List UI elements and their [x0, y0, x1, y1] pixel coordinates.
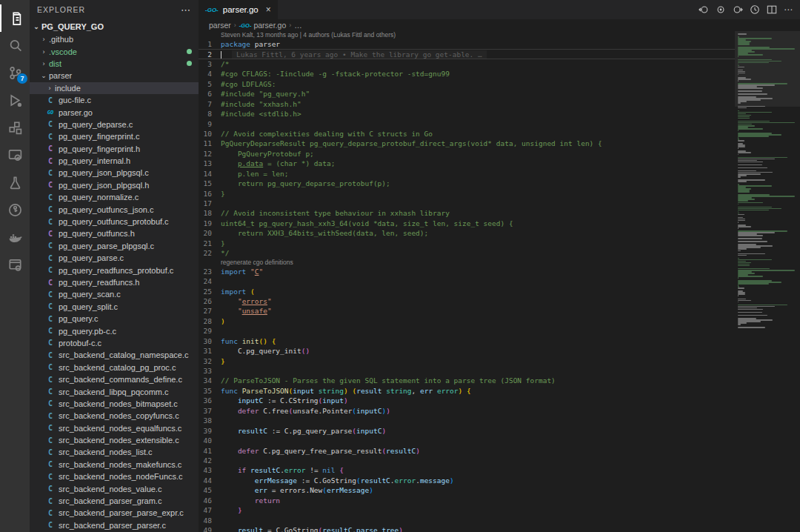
- code-line-28[interactable]: 28): [199, 316, 735, 326]
- open-changes-icon[interactable]: [716, 4, 726, 15]
- tree-item-pg_query_normalize.c[interactable]: Cpg_query_normalize.c: [30, 191, 199, 203]
- tree-item-src_backend_nodes_value.c[interactable]: Csrc_backend_nodes_value.c: [30, 482, 199, 494]
- line-number[interactable]: 9: [199, 119, 221, 129]
- codelens-label[interactable]: Steven Kalt, 13 months ago | 4 authors (…: [221, 31, 396, 39]
- line-number[interactable]: 46: [199, 496, 221, 505]
- code-line-47[interactable]: 47 }: [199, 505, 735, 515]
- line-number[interactable]: 12: [199, 149, 221, 159]
- line-number[interactable]: 41: [199, 446, 221, 456]
- activity-item-testing[interactable]: [0, 169, 30, 196]
- line-number[interactable]: 32: [199, 356, 221, 366]
- code-line-13[interactable]: 13 p.data = (char *) data;: [199, 159, 735, 168]
- code-line-25[interactable]: 25import (: [199, 287, 735, 296]
- tree-item-protobuf-c.c[interactable]: Cprotobuf-c.c: [30, 337, 199, 349]
- tree-item-pg_query_json_plpgsql.c[interactable]: Cpg_query_json_plpgsql.c: [30, 167, 199, 179]
- line-number[interactable]: 42: [199, 456, 221, 465]
- code-line-49[interactable]: 49 result = C.GoString(resultC.parse_tre…: [199, 525, 735, 532]
- tree-item-pg_query_internal.h[interactable]: Cpg_query_internal.h: [30, 155, 199, 167]
- line-number[interactable]: 26: [199, 296, 221, 306]
- line-number[interactable]: 6: [199, 89, 221, 99]
- line-number[interactable]: 49: [199, 525, 221, 532]
- tree-item-pg_query.pb-c.c[interactable]: Cpg_query.pb-c.c: [30, 325, 199, 336]
- code-line-40[interactable]: 40: [199, 436, 735, 445]
- activity-item-run-debug[interactable]: [0, 87, 30, 114]
- line-number[interactable]: 44: [199, 476, 221, 485]
- next-change-icon[interactable]: [733, 4, 743, 15]
- tree-item-src_backend_nodes_copyfuncs.c[interactable]: Csrc_backend_nodes_copyfuncs.c: [30, 410, 199, 422]
- tree-item-.github[interactable]: ›.github: [30, 33, 199, 45]
- tree-item-pg_query_outfuncs.h[interactable]: Cpg_query_outfuncs.h: [30, 227, 199, 239]
- line-number[interactable]: 10: [199, 129, 221, 139]
- code-line-3[interactable]: 3/*: [199, 59, 735, 69]
- line-number[interactable]: 8: [199, 109, 221, 119]
- line-number[interactable]: 7: [199, 99, 221, 109]
- tree-item-pg_query_fingerprint.h[interactable]: Cpg_query_fingerprint.h: [30, 143, 199, 155]
- tree-item-.vscode[interactable]: ›.vscode: [30, 45, 199, 57]
- activity-item-project-manager[interactable]: [0, 251, 30, 279]
- code-line-11[interactable]: 11PgQueryDeparseResult pg_query_deparse_…: [199, 139, 735, 148]
- tree-item-src_backend_catalog_pg_proc.c[interactable]: Csrc_backend_catalog_pg_proc.c: [30, 362, 199, 373]
- tree-item-src_backend_nodes_extensible.c[interactable]: Csrc_backend_nodes_extensible.c: [30, 434, 199, 446]
- line-number[interactable]: 34: [199, 376, 221, 385]
- line-number[interactable]: 4: [199, 69, 221, 79]
- tree-item-src_backend_nodes_equalfuncs.c[interactable]: Csrc_backend_nodes_equalfuncs.c: [30, 422, 199, 434]
- code-line-4[interactable]: 4#cgo CFLAGS: -Iinclude -g -fstack-prote…: [199, 69, 735, 79]
- line-number[interactable]: 31: [199, 346, 221, 356]
- line-number[interactable]: 15: [199, 179, 221, 188]
- line-number[interactable]: 11: [199, 139, 221, 148]
- tree-item-pg_query_outfuncs_protobuf.c[interactable]: Cpg_query_outfuncs_protobuf.c: [30, 216, 199, 227]
- tree-item-pg_query_outfuncs_json.c[interactable]: Cpg_query_outfuncs_json.c: [30, 203, 199, 215]
- breadcrumb-symbol[interactable]: …: [294, 21, 302, 30]
- tree-item-src_backend_catalog_namespace.c[interactable]: Csrc_backend_catalog_namespace.c: [30, 349, 199, 361]
- code-line-42[interactable]: 42: [199, 456, 735, 465]
- prev-change-icon[interactable]: [699, 4, 709, 15]
- line-number[interactable]: 30: [199, 336, 221, 346]
- tree-item-pg_query.c[interactable]: Cpg_query.c: [30, 313, 199, 325]
- line-number[interactable]: 29: [199, 326, 221, 336]
- tree-item-parser[interactable]: ⌄parser: [30, 70, 199, 82]
- line-number[interactable]: 13: [199, 159, 221, 168]
- code-area[interactable]: Steven Kalt, 13 months ago | 4 authors (…: [199, 31, 735, 532]
- split-editor-icon[interactable]: [767, 4, 777, 15]
- code-line-35[interactable]: 35func ParseToJSON(input string) (result…: [199, 386, 735, 396]
- code-line-16[interactable]: 16}: [199, 189, 735, 199]
- code-line-15[interactable]: 15 return pg_query_deparse_protobuf(p);: [199, 179, 735, 188]
- code-line-21[interactable]: 21}: [199, 239, 735, 248]
- code-line-8[interactable]: 8#include <stdlib.h>: [199, 109, 735, 119]
- code-line-27[interactable]: 27 "unsafe": [199, 306, 735, 316]
- code-line-26[interactable]: 26 "errors": [199, 296, 735, 306]
- line-number[interactable]: 3: [199, 59, 221, 69]
- minimap[interactable]: [735, 31, 800, 532]
- line-number[interactable]: 19: [199, 219, 221, 228]
- code-line-24[interactable]: 24: [199, 276, 735, 286]
- line-number[interactable]: 37: [199, 406, 221, 416]
- line-number[interactable]: 17: [199, 199, 221, 208]
- activity-item-search[interactable]: [0, 32, 30, 59]
- line-number[interactable]: 14: [199, 169, 221, 179]
- tree-item-pg_query_split.c[interactable]: Cpg_query_split.c: [30, 301, 199, 313]
- line-number[interactable]: 38: [199, 416, 221, 425]
- tree-item-src_backend_parser_gram.c[interactable]: Csrc_backend_parser_gram.c: [30, 495, 199, 507]
- line-number[interactable]: 39: [199, 426, 221, 436]
- line-number[interactable]: 27: [199, 306, 221, 316]
- line-number[interactable]: 40: [199, 436, 221, 445]
- line-number[interactable]: 36: [199, 396, 221, 405]
- tree-item-guc-file.c[interactable]: Cguc-file.c: [30, 94, 199, 106]
- code-line-19[interactable]: 19uint64_t pg_query_hash_xxh3_64(void *d…: [199, 219, 735, 228]
- code-line-44[interactable]: 44 errMessage := C.GoString(resultC.erro…: [199, 476, 735, 485]
- code-line-45[interactable]: 45 err = errors.New(errMessage): [199, 485, 735, 495]
- code-line-12[interactable]: 12 PgQueryProtobuf p;: [199, 149, 735, 159]
- code-line-6[interactable]: 6#include "pg_query.h": [199, 89, 735, 99]
- code-line-2[interactable]: 2Lukas Fittl, 6 years ago • Make the lib…: [199, 49, 735, 59]
- code-line-14[interactable]: 14 p.len = len;: [199, 169, 735, 179]
- codelens-label[interactable]: regenerate cgo definitions: [221, 259, 293, 267]
- code-line-34[interactable]: 34// ParseToJSON - Parses the given SQL …: [199, 376, 735, 385]
- breadcrumb-file[interactable]: -GO- parser.go: [239, 21, 286, 30]
- code-line-46[interactable]: 46 return: [199, 496, 735, 505]
- line-number[interactable]: 23: [199, 267, 221, 276]
- code-line-5[interactable]: 5#cgo LDFLAGS:: [199, 79, 735, 89]
- code-line-1[interactable]: 1package parser: [199, 39, 735, 49]
- line-number[interactable]: 21: [199, 239, 221, 248]
- code-line-43[interactable]: 43 if resultC.error != nil {: [199, 465, 735, 475]
- line-number[interactable]: 5: [199, 79, 221, 89]
